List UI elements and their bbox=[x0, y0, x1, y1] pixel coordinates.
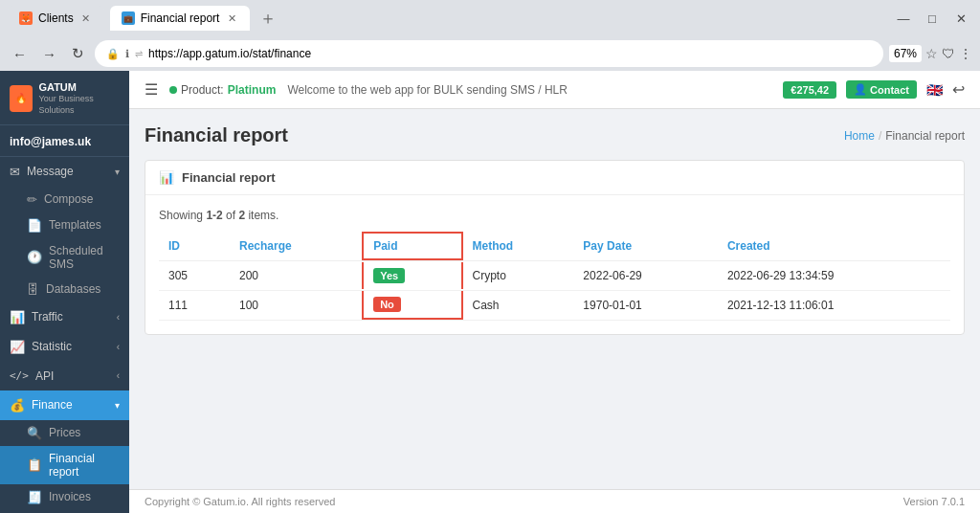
sidebar-item-traffic[interactable]: 📊 Traffic ‹ bbox=[0, 302, 129, 332]
hamburger-button[interactable]: ☰ bbox=[145, 80, 158, 99]
traffic-label: Traffic bbox=[32, 310, 63, 323]
table-row: 305 200 Yes Crypto 2022-06-29 bbox=[159, 261, 950, 291]
cell-recharge: 200 bbox=[230, 261, 362, 291]
breadcrumb: Home / Financial report bbox=[844, 129, 965, 143]
message-icon: ✉ bbox=[10, 165, 20, 179]
paid-badge-yes: Yes bbox=[373, 268, 405, 283]
cell-id: 305 bbox=[159, 261, 230, 291]
col-id: ID bbox=[159, 232, 230, 261]
message-label: Message bbox=[27, 165, 74, 178]
address-input[interactable] bbox=[148, 47, 872, 60]
col-method: Method bbox=[463, 232, 574, 261]
statistic-icon: 📈 bbox=[10, 340, 25, 354]
sidebar-item-financial-report[interactable]: 📋 Financial report bbox=[0, 446, 129, 484]
compose-label: Compose bbox=[44, 192, 93, 206]
product-dot bbox=[169, 86, 177, 94]
databases-icon: 🗄 bbox=[27, 282, 39, 297]
showing-text: Showing 1-2 of 2 items. bbox=[159, 209, 950, 222]
statistic-arrow: ‹ bbox=[117, 342, 120, 352]
sidebar-item-databases[interactable]: 🗄 Databases bbox=[0, 277, 129, 302]
forward-button[interactable]: → bbox=[37, 43, 61, 65]
cell-method: Cash bbox=[463, 291, 574, 321]
tab-label-finance: Financial report bbox=[141, 11, 220, 25]
page-title: Financial report bbox=[145, 124, 288, 146]
statistic-label: Statistic bbox=[32, 340, 72, 353]
extensions-button[interactable]: 🛡 bbox=[942, 46, 955, 61]
refresh-button[interactable]: ↻ bbox=[67, 42, 89, 65]
finance-icon: 💰 bbox=[10, 398, 25, 413]
window-minimize-button[interactable]: — bbox=[892, 7, 915, 30]
financial-report-icon: 📋 bbox=[27, 457, 42, 472]
col-paid: Paid bbox=[362, 232, 462, 261]
sidebar-item-scheduled[interactable]: 🕐 Scheduled SMS bbox=[0, 238, 129, 277]
cell-created: 2022-06-29 13:34:59 bbox=[718, 261, 950, 291]
sidebar-nav: ✉ Message ▾ ✏ Compose 📄 Templates 🕐 Sche… bbox=[0, 157, 129, 513]
cell-id: 111 bbox=[159, 291, 230, 321]
sidebar-item-compose[interactable]: ✏ Compose bbox=[0, 187, 129, 212]
sidebar: 🔥 GATUM Your Business Solutions info@jam… bbox=[0, 71, 129, 513]
product-name: Platinum bbox=[228, 83, 277, 97]
new-tab-button[interactable]: ＋ bbox=[256, 7, 280, 30]
balance-amount: €275,42 bbox=[791, 84, 829, 96]
sidebar-item-api[interactable]: </> API ‹ bbox=[0, 362, 129, 390]
api-icon: </> bbox=[10, 369, 29, 382]
tab-close-finance[interactable]: ✕ bbox=[225, 11, 238, 25]
cell-paid: No bbox=[362, 291, 462, 321]
showing-of: of bbox=[223, 209, 239, 222]
sidebar-item-statistic[interactable]: 📈 Statistic ‹ bbox=[0, 332, 129, 362]
window-close-button[interactable]: ✕ bbox=[949, 7, 972, 30]
logout-button[interactable]: ↩ bbox=[952, 80, 965, 99]
sidebar-item-message[interactable]: ✉ Message ▾ bbox=[0, 157, 129, 187]
api-arrow: ‹ bbox=[117, 370, 120, 381]
traffic-icon: 📊 bbox=[10, 310, 25, 324]
security-icon: 🔒 bbox=[106, 48, 120, 60]
traffic-arrow: ‹ bbox=[117, 312, 120, 323]
table-body: 305 200 Yes Crypto 2022-06-29 bbox=[159, 261, 950, 321]
cell-paid: Yes bbox=[362, 261, 462, 291]
logo-text: GATUM Your Business Solutions bbox=[38, 80, 120, 117]
templates-icon: 📄 bbox=[27, 218, 42, 233]
sidebar-item-finance[interactable]: 💰 Finance ▾ bbox=[0, 390, 129, 420]
tab-close-clients[interactable]: ✕ bbox=[79, 11, 93, 25]
topbar: ☰ Product: Platinum Welcome to the web a… bbox=[129, 71, 980, 109]
browser-tab-finance[interactable]: 💼 Financial report ✕ bbox=[110, 6, 251, 31]
prices-label: Prices bbox=[49, 426, 80, 439]
showing-range: 1-2 bbox=[206, 209, 222, 222]
contact-icon: 👤 bbox=[854, 83, 867, 96]
paid-badge-no: No bbox=[373, 297, 401, 312]
contact-button[interactable]: 👤 Contact bbox=[846, 80, 917, 99]
message-arrow: ▾ bbox=[115, 167, 120, 177]
card-header-title: Financial report bbox=[182, 170, 276, 185]
api-label: API bbox=[35, 369, 54, 383]
sidebar-item-invoices[interactable]: 🧾 Invoices bbox=[0, 484, 129, 510]
invoices-label: Invoices bbox=[49, 490, 91, 503]
financial-report-label: Financial report bbox=[49, 452, 120, 479]
app-footer: Copyright © Gatum.io. All rights reserve… bbox=[129, 489, 980, 513]
cell-method: Crypto bbox=[463, 261, 574, 291]
breadcrumb-home[interactable]: Home bbox=[844, 129, 875, 143]
sidebar-item-templates[interactable]: 📄 Templates bbox=[0, 212, 129, 238]
product-prefix: Product: bbox=[181, 83, 224, 97]
tab-label-clients: Clients bbox=[38, 11, 74, 25]
table-row: 111 100 No Cash 1970-01-01 bbox=[159, 291, 950, 321]
col-pay-date: Pay Date bbox=[573, 232, 718, 261]
bookmark-button[interactable]: ☆ bbox=[925, 46, 938, 61]
language-flag[interactable]: 🇬🇧 bbox=[926, 82, 943, 98]
address-bar-decoration: ⇌ bbox=[135, 49, 143, 59]
showing-items: items. bbox=[245, 209, 278, 222]
databases-label: Databases bbox=[46, 282, 100, 296]
browser-menu-button[interactable]: ⋮ bbox=[959, 46, 972, 61]
scheduled-label: Scheduled SMS bbox=[49, 244, 120, 271]
back-button[interactable]: ← bbox=[8, 43, 32, 65]
sidebar-item-prices[interactable]: 🔍 Prices bbox=[0, 420, 129, 446]
contact-label: Contact bbox=[870, 84, 909, 96]
balance-badge: €275,42 bbox=[783, 81, 836, 99]
welcome-text: Welcome to the web app for BULK sending … bbox=[287, 83, 771, 97]
table-header: ID Recharge Paid Method Pay Date bbox=[159, 232, 950, 261]
cell-pay-date: 2022-06-29 bbox=[573, 261, 718, 291]
window-maximize-button[interactable]: □ bbox=[921, 7, 944, 30]
card-header-icon: 📊 bbox=[159, 170, 174, 185]
browser-tab-clients[interactable]: 🦊 Clients ✕ bbox=[8, 6, 104, 31]
finance-arrow: ▾ bbox=[115, 400, 120, 411]
templates-label: Templates bbox=[49, 218, 101, 232]
